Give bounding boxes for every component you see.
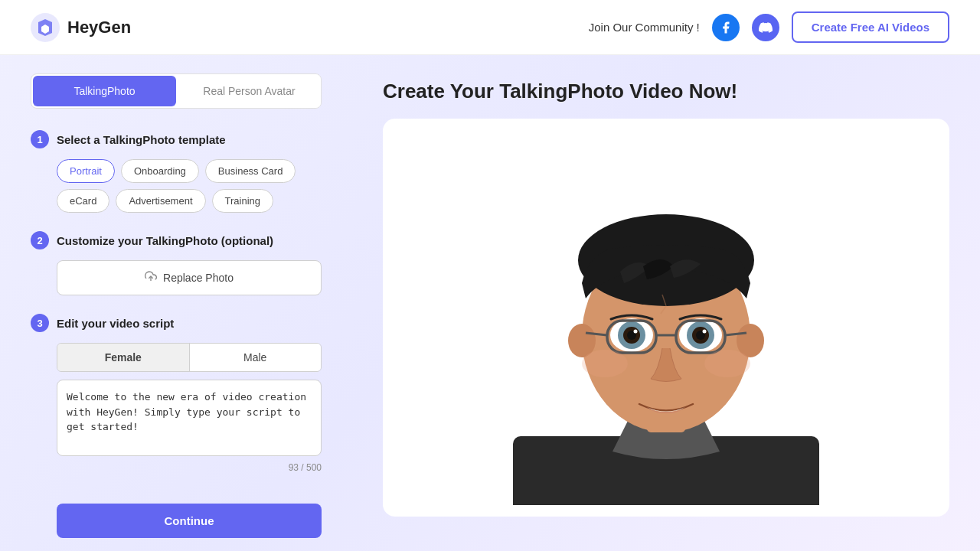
svg-point-26 bbox=[704, 350, 750, 377]
replace-photo-button[interactable]: Replace Photo bbox=[57, 260, 322, 295]
step-1-title: Select a TalkingPhoto template bbox=[57, 133, 226, 146]
svg-point-25 bbox=[582, 350, 628, 377]
gender-male-tab[interactable]: Male bbox=[190, 344, 322, 371]
tabs-container: TalkingPhoto Real Person Avatar bbox=[31, 73, 322, 109]
video-preview bbox=[383, 119, 949, 517]
script-container: Welcome to the new era of video creation… bbox=[57, 380, 322, 473]
upload-icon bbox=[145, 270, 157, 285]
left-panel: TalkingPhoto Real Person Avatar 1 Select… bbox=[0, 55, 352, 551]
create-free-ai-videos-button[interactable]: Create Free AI Videos bbox=[792, 11, 949, 43]
continue-button[interactable]: Continue bbox=[57, 504, 322, 538]
template-portrait[interactable]: Portrait bbox=[57, 159, 115, 183]
step-2-header: 2 Customize your TalkingPhoto (optional) bbox=[31, 231, 322, 249]
step-3: 3 Edit your video script Female Male Wel… bbox=[31, 314, 322, 473]
heygen-logo-icon bbox=[31, 13, 60, 42]
facebook-icon[interactable] bbox=[712, 14, 740, 41]
script-textarea[interactable]: Welcome to the new era of video creation… bbox=[57, 380, 322, 456]
template-grid: Portrait Onboarding Business Card eCard … bbox=[31, 159, 322, 213]
char-count: 93 / 500 bbox=[57, 462, 322, 473]
gender-female-tab[interactable]: Female bbox=[57, 344, 189, 371]
step-3-header: 3 Edit your video script bbox=[31, 314, 322, 332]
community-label: Join Our Community ! bbox=[589, 21, 700, 34]
step-2-title: Customize your TalkingPhoto (optional) bbox=[57, 234, 273, 247]
svg-point-19 bbox=[703, 330, 707, 334]
replace-photo-label: Replace Photo bbox=[163, 272, 234, 284]
header-right: Join Our Community ! Create Free AI Vide… bbox=[589, 11, 949, 43]
template-training[interactable]: Training bbox=[212, 189, 273, 213]
preview-title: Create Your TalkingPhoto Video Now! bbox=[383, 80, 949, 103]
right-panel: Create Your TalkingPhoto Video Now! bbox=[352, 55, 980, 551]
template-ecard[interactable]: eCard bbox=[57, 189, 109, 213]
header: HeyGen Join Our Community ! Create Free … bbox=[0, 0, 980, 55]
step-1-number: 1 bbox=[31, 130, 49, 148]
logo: HeyGen bbox=[31, 13, 131, 42]
template-business-card[interactable]: Business Card bbox=[205, 159, 296, 183]
step-2: 2 Customize your TalkingPhoto (optional)… bbox=[31, 231, 322, 295]
tab-real-person-avatar[interactable]: Real Person Avatar bbox=[178, 74, 321, 108]
gender-tabs: Female Male bbox=[57, 343, 322, 372]
avatar-svg bbox=[398, 130, 934, 505]
tab-talking-photo[interactable]: TalkingPhoto bbox=[33, 76, 176, 106]
svg-point-14 bbox=[634, 330, 638, 334]
template-onboarding[interactable]: Onboarding bbox=[121, 159, 199, 183]
step-3-number: 3 bbox=[31, 314, 49, 332]
step-1-header: 1 Select a TalkingPhoto template bbox=[31, 130, 322, 148]
discord-icon[interactable] bbox=[752, 14, 779, 41]
step-1: 1 Select a TalkingPhoto template Portrai… bbox=[31, 130, 322, 213]
template-advertisement[interactable]: Advertisement bbox=[116, 189, 205, 213]
step-2-number: 2 bbox=[31, 231, 49, 249]
main-content: TalkingPhoto Real Person Avatar 1 Select… bbox=[0, 55, 980, 551]
step-3-title: Edit your video script bbox=[57, 317, 174, 330]
logo-text: HeyGen bbox=[67, 18, 131, 37]
